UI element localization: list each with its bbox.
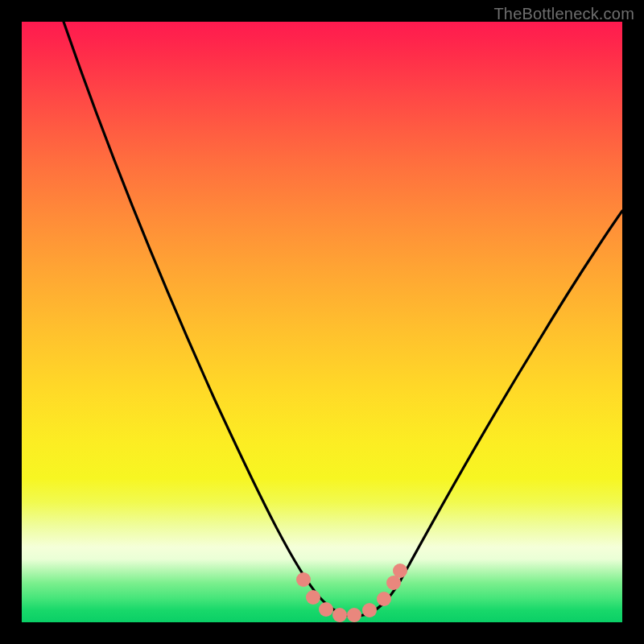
- plot-area: [22, 22, 622, 622]
- bottleneck-curve: [64, 22, 622, 616]
- svg-point-6: [377, 592, 391, 606]
- svg-point-2: [319, 602, 333, 617]
- svg-point-1: [306, 590, 320, 605]
- svg-point-5: [362, 603, 377, 617]
- svg-point-8: [393, 564, 407, 578]
- svg-point-0: [296, 572, 311, 587]
- watermark-text: TheBottleneck.com: [493, 5, 634, 23]
- curve-layer: [22, 22, 622, 622]
- svg-point-4: [347, 608, 361, 622]
- highlight-dots: [296, 564, 407, 622]
- svg-point-3: [332, 608, 347, 622]
- chart-frame: TheBottleneck.com: [0, 0, 644, 644]
